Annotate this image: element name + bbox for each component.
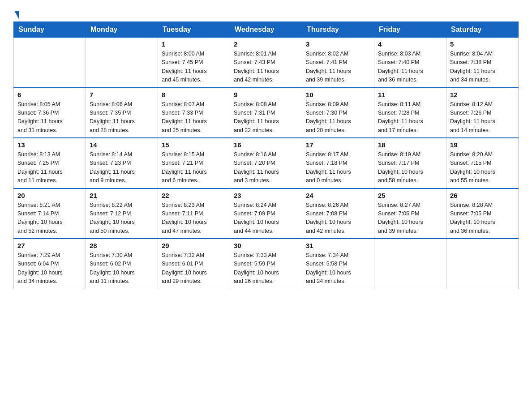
calendar-cell: 4Sunrise: 8:03 AM Sunset: 7:40 PM Daylig… xyxy=(374,38,446,88)
day-info: Sunrise: 8:01 AM Sunset: 7:43 PM Dayligh… xyxy=(234,50,298,85)
day-info: Sunrise: 8:02 AM Sunset: 7:41 PM Dayligh… xyxy=(306,50,370,85)
weekday-header-saturday: Saturday xyxy=(446,22,519,38)
calendar-cell: 7Sunrise: 8:06 AM Sunset: 7:35 PM Daylig… xyxy=(86,88,158,138)
day-info: Sunrise: 8:07 AM Sunset: 7:33 PM Dayligh… xyxy=(162,100,226,135)
calendar-cell: 3Sunrise: 8:02 AM Sunset: 7:41 PM Daylig… xyxy=(302,38,374,88)
day-number: 30 xyxy=(234,242,298,249)
calendar-cell: 27Sunrise: 7:29 AM Sunset: 6:04 PM Dayli… xyxy=(14,239,86,289)
calendar-cell: 28Sunrise: 7:30 AM Sunset: 6:02 PM Dayli… xyxy=(86,239,158,289)
day-info: Sunrise: 8:14 AM Sunset: 7:23 PM Dayligh… xyxy=(90,150,154,185)
week-row-3: 13Sunrise: 8:13 AM Sunset: 7:25 PM Dayli… xyxy=(14,138,519,188)
calendar-cell: 21Sunrise: 8:22 AM Sunset: 7:12 PM Dayli… xyxy=(86,188,158,239)
calendar-cell: 31Sunrise: 7:34 AM Sunset: 5:58 PM Dayli… xyxy=(302,239,374,289)
day-info: Sunrise: 8:15 AM Sunset: 7:21 PM Dayligh… xyxy=(162,150,226,185)
calendar-cell: 22Sunrise: 8:23 AM Sunset: 7:11 PM Dayli… xyxy=(158,188,230,239)
calendar-cell: 26Sunrise: 8:28 AM Sunset: 7:05 PM Dayli… xyxy=(446,188,519,239)
day-number: 10 xyxy=(306,91,370,98)
calendar-cell: 19Sunrise: 8:20 AM Sunset: 7:15 PM Dayli… xyxy=(446,138,519,188)
day-number: 6 xyxy=(17,91,82,98)
day-info: Sunrise: 8:00 AM Sunset: 7:45 PM Dayligh… xyxy=(162,50,226,85)
weekday-header-monday: Monday xyxy=(86,22,158,38)
calendar-cell: 20Sunrise: 8:21 AM Sunset: 7:14 PM Dayli… xyxy=(14,188,86,239)
day-info: Sunrise: 8:09 AM Sunset: 7:30 PM Dayligh… xyxy=(306,100,370,135)
calendar-cell: 18Sunrise: 8:19 AM Sunset: 7:17 PM Dayli… xyxy=(374,138,446,188)
day-info: Sunrise: 8:12 AM Sunset: 7:26 PM Dayligh… xyxy=(450,100,515,135)
calendar-cell: 13Sunrise: 8:13 AM Sunset: 7:25 PM Dayli… xyxy=(14,138,86,188)
calendar-cell: 6Sunrise: 8:05 AM Sunset: 7:36 PM Daylig… xyxy=(14,88,86,138)
calendar-cell: 10Sunrise: 8:09 AM Sunset: 7:30 PM Dayli… xyxy=(302,88,374,138)
day-info: Sunrise: 8:13 AM Sunset: 7:25 PM Dayligh… xyxy=(17,150,82,185)
calendar-cell: 29Sunrise: 7:32 AM Sunset: 6:01 PM Dayli… xyxy=(158,239,230,289)
day-number: 14 xyxy=(90,141,154,149)
calendar-cell xyxy=(374,239,446,289)
day-info: Sunrise: 8:03 AM Sunset: 7:40 PM Dayligh… xyxy=(378,50,442,85)
week-row-4: 20Sunrise: 8:21 AM Sunset: 7:14 PM Dayli… xyxy=(14,188,519,239)
day-info: Sunrise: 8:22 AM Sunset: 7:12 PM Dayligh… xyxy=(90,201,154,236)
weekday-row: SundayMondayTuesdayWednesdayThursdayFrid… xyxy=(14,22,519,38)
day-number: 2 xyxy=(234,40,298,48)
day-info: Sunrise: 8:08 AM Sunset: 7:31 PM Dayligh… xyxy=(234,100,298,135)
day-number: 20 xyxy=(17,192,82,199)
calendar-cell xyxy=(14,38,86,88)
calendar-cell: 12Sunrise: 8:12 AM Sunset: 7:26 PM Dayli… xyxy=(446,88,519,138)
day-number: 31 xyxy=(306,242,370,249)
day-number: 1 xyxy=(162,40,226,48)
weekday-header-friday: Friday xyxy=(374,22,446,38)
page-header xyxy=(13,9,519,17)
calendar-cell: 16Sunrise: 8:16 AM Sunset: 7:20 PM Dayli… xyxy=(230,138,302,188)
calendar-cell xyxy=(86,38,158,88)
day-info: Sunrise: 8:20 AM Sunset: 7:15 PM Dayligh… xyxy=(450,150,515,185)
week-row-1: 1Sunrise: 8:00 AM Sunset: 7:45 PM Daylig… xyxy=(14,38,519,88)
day-number: 26 xyxy=(450,192,515,199)
day-number: 3 xyxy=(306,40,370,48)
day-info: Sunrise: 7:32 AM Sunset: 6:01 PM Dayligh… xyxy=(162,251,226,286)
day-number: 7 xyxy=(90,91,154,98)
calendar-cell: 30Sunrise: 7:33 AM Sunset: 5:59 PM Dayli… xyxy=(230,239,302,289)
logo xyxy=(13,9,19,17)
calendar-cell: 11Sunrise: 8:11 AM Sunset: 7:28 PM Dayli… xyxy=(374,88,446,138)
calendar-body: 1Sunrise: 8:00 AM Sunset: 7:45 PM Daylig… xyxy=(14,38,519,289)
day-number: 5 xyxy=(450,40,515,48)
calendar-cell: 5Sunrise: 8:04 AM Sunset: 7:38 PM Daylig… xyxy=(446,38,519,88)
calendar-cell: 14Sunrise: 8:14 AM Sunset: 7:23 PM Dayli… xyxy=(86,138,158,188)
day-info: Sunrise: 8:06 AM Sunset: 7:35 PM Dayligh… xyxy=(90,100,154,135)
day-info: Sunrise: 8:21 AM Sunset: 7:14 PM Dayligh… xyxy=(17,201,82,236)
day-info: Sunrise: 8:28 AM Sunset: 7:05 PM Dayligh… xyxy=(450,201,515,236)
day-info: Sunrise: 8:16 AM Sunset: 7:20 PM Dayligh… xyxy=(234,150,298,185)
day-number: 13 xyxy=(17,141,82,149)
day-number: 19 xyxy=(450,141,515,149)
calendar-cell: 1Sunrise: 8:00 AM Sunset: 7:45 PM Daylig… xyxy=(158,38,230,88)
week-row-5: 27Sunrise: 7:29 AM Sunset: 6:04 PM Dayli… xyxy=(14,239,519,289)
day-info: Sunrise: 8:11 AM Sunset: 7:28 PM Dayligh… xyxy=(378,100,442,135)
day-info: Sunrise: 8:24 AM Sunset: 7:09 PM Dayligh… xyxy=(234,201,298,236)
day-number: 25 xyxy=(378,192,442,199)
day-number: 8 xyxy=(162,91,226,98)
day-number: 23 xyxy=(234,192,298,199)
day-info: Sunrise: 8:04 AM Sunset: 7:38 PM Dayligh… xyxy=(450,50,515,85)
calendar-cell: 8Sunrise: 8:07 AM Sunset: 7:33 PM Daylig… xyxy=(158,88,230,138)
calendar-header: SundayMondayTuesdayWednesdayThursdayFrid… xyxy=(14,22,519,38)
day-number: 12 xyxy=(450,91,515,98)
calendar-cell: 24Sunrise: 8:26 AM Sunset: 7:08 PM Dayli… xyxy=(302,188,374,239)
day-info: Sunrise: 7:30 AM Sunset: 6:02 PM Dayligh… xyxy=(90,251,154,286)
day-number: 4 xyxy=(378,40,442,48)
week-row-2: 6Sunrise: 8:05 AM Sunset: 7:36 PM Daylig… xyxy=(14,88,519,138)
calendar-table: SundayMondayTuesdayWednesdayThursdayFrid… xyxy=(13,21,519,289)
day-number: 15 xyxy=(162,141,226,149)
calendar-cell: 25Sunrise: 8:27 AM Sunset: 7:06 PM Dayli… xyxy=(374,188,446,239)
day-info: Sunrise: 7:29 AM Sunset: 6:04 PM Dayligh… xyxy=(17,251,82,286)
day-info: Sunrise: 8:17 AM Sunset: 7:18 PM Dayligh… xyxy=(306,150,370,185)
day-info: Sunrise: 8:26 AM Sunset: 7:08 PM Dayligh… xyxy=(306,201,370,236)
day-number: 24 xyxy=(306,192,370,199)
calendar-cell: 9Sunrise: 8:08 AM Sunset: 7:31 PM Daylig… xyxy=(230,88,302,138)
day-info: Sunrise: 8:19 AM Sunset: 7:17 PM Dayligh… xyxy=(378,150,442,185)
logo-triangle-icon xyxy=(14,11,19,19)
day-number: 29 xyxy=(162,242,226,249)
calendar-cell: 17Sunrise: 8:17 AM Sunset: 7:18 PM Dayli… xyxy=(302,138,374,188)
calendar-cell: 23Sunrise: 8:24 AM Sunset: 7:09 PM Dayli… xyxy=(230,188,302,239)
day-number: 11 xyxy=(378,91,442,98)
day-number: 17 xyxy=(306,141,370,149)
day-number: 27 xyxy=(17,242,82,249)
weekday-header-tuesday: Tuesday xyxy=(158,22,230,38)
day-info: Sunrise: 7:34 AM Sunset: 5:58 PM Dayligh… xyxy=(306,251,370,286)
